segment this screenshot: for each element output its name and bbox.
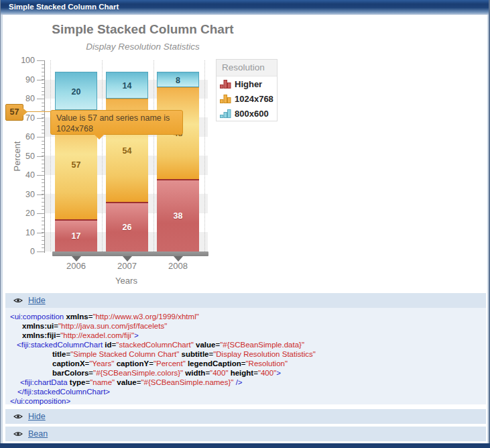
code-line: barColors="#{SCBeanSimple.colors}" width… [9,368,486,378]
chart-subtitle: Display Resolution Statistics [7,42,279,52]
x-axis-bar [52,251,208,256]
y-axis-tick-label: 100 [12,56,35,65]
x-axis-caption: Years [45,276,208,286]
code-token: subtitle [182,350,209,358]
y-axis-tick-label: 90 [12,75,35,85]
code-line: title="Simple Stacked Column Chart" subt… [9,349,486,359]
bar-value-label: 14 [106,81,148,91]
code-token: xmlns:fiji [22,331,56,339]
section-source-toggle[interactable]: Hide [5,293,486,308]
code-line: captionX="Years" captionY="Percent" lege… [9,359,486,368]
y-axis-major-tick [37,251,44,252]
code-token: "name" [90,378,115,386]
code-token: xmlns [66,313,88,321]
mini-bars-icon [220,109,231,118]
code-token: "400" [258,369,276,377]
code-token: "http://exadel.com/fiji" [60,331,134,339]
y-axis-major-tick [37,80,44,80]
bar-value-label: 8 [157,76,199,85]
code-line: xmlns:fiji="http://exadel.com/fiji"> [9,331,486,340]
code-token: "stackedColumnChart" [116,341,194,349]
code-line: xmlns:ui="http://java.sun.com/jsf/facele… [9,321,486,331]
legend-item-1024x768[interactable]: 1024x768 [217,91,277,106]
code-line: </fiji:stackedColumnChart> [9,387,486,396]
window-title: Simple Stacked Column Chart [9,3,119,11]
y-axis-major-tick [37,194,44,195]
legend-item-label: 1024x768 [235,94,273,104]
code-token: "http://java.sun.com/jsf/facelets" [58,322,167,330]
y-axis-major-tick [37,233,44,233]
code-token: "Percent" [154,359,186,368]
code-token: value [196,341,215,349]
code-token: "#{SCBeanSimple.data}" [220,341,304,349]
y-axis-tick-label: 0 [12,247,35,256]
eye-icon [13,413,23,420]
hide-source-link[interactable]: Hide [28,296,46,305]
y-axis-major-tick [37,118,44,119]
bar-2008[interactable]: 38488 [157,60,199,251]
code-token: "Years" [89,359,114,368]
code-token: title [52,350,66,358]
bar-value-label: 57 [55,160,97,170]
code-line: </ui:composition> [9,396,486,406]
section-hide-toggle[interactable]: Hide [5,409,486,424]
y-axis-major-tick [37,60,44,61]
code-token: type [70,378,86,386]
bar-2007[interactable]: 265414 [106,60,148,251]
tooltip-line2: 1024x768 [56,123,177,134]
window-titlebar[interactable]: Simple Stacked Column Chart [0,0,490,15]
bar-value-label: 54 [106,146,148,156]
y-axis-major-tick [37,175,44,176]
code-token: </fiji:stackedColumnChart> [17,388,110,396]
eye-icon [13,431,23,437]
tooltip-line1: Value is 57 and series name is [56,113,177,123]
y-axis-tick-label: 30 [12,190,35,199]
application-window: Simple Stacked Column Chart Simple Stack… [0,0,490,448]
code-token: width [185,369,205,377]
column-separator-gridline [154,60,154,251]
window-border-left-inner [1,15,3,448]
mini-bars-icon [220,94,231,103]
legend-items: Higher1024x768800x600 [217,76,277,121]
y-axis-tick-label: 60 [12,132,35,142]
y-axis-line [44,60,45,253]
code-token: "http://www.w3.org/1999/xhtml" [93,313,198,321]
y-axis-major-tick [37,137,44,137]
hide-link[interactable]: Hide [28,412,46,421]
code-token: /> [233,378,242,386]
code-token: "#{SCBeanSimple.names}" [141,378,233,386]
source-code-panel: <ui:composition xmlns="http://www.w3.org… [5,308,486,404]
code-token: captionY [117,359,149,368]
bar-2006[interactable]: 175720 [55,60,97,251]
mini-bars-icon [220,79,231,89]
code-token: id [105,341,111,349]
legend-item-label: Higher [235,79,262,89]
y-axis-tick-label: 40 [12,170,35,180]
code-token: <ui:composition [10,313,66,321]
code-token: = [149,359,154,368]
code-token: = [253,369,258,377]
legend-item-800x600[interactable]: 800x600 [217,106,277,121]
y-axis-tick-label: 70 [12,113,35,123]
code-line: <ui:composition xmlns="http://www.w3.org… [9,312,486,321]
marker-connector-line [26,111,51,112]
code-token: captionX [52,359,85,368]
code-token: barColors [52,369,88,377]
code-token: "400" [210,369,228,377]
legend-item-Higher[interactable]: Higher [217,76,277,91]
y-axis-tick-label: 80 [12,94,35,103]
bean-link[interactable]: Bean [28,429,48,439]
code-token: value [117,378,136,386]
tooltip-pointer-icon [94,134,105,139]
code-token: </ui:composition> [10,397,70,405]
code-line: <fiji:stackedColumnChart id="stackedColu… [9,340,486,349]
code-token: height [231,369,254,377]
code-token: = [241,359,246,368]
code-token: "#{SCBeanSimple.colors}" [93,369,183,377]
bar-value-label: 26 [106,223,148,232]
legend: Resolution Higher1024x768800x600 [216,59,278,121]
window-border-bottom [0,443,490,448]
section-bean-toggle[interactable]: Bean [5,427,486,441]
code-token: "Display Resolution Statistics" [213,350,316,358]
y-axis-tick-label: 50 [12,152,35,161]
